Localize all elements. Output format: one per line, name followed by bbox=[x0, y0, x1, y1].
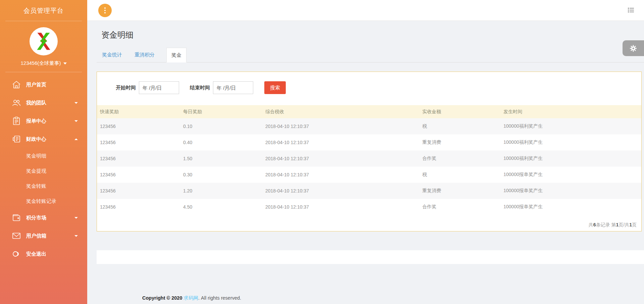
home-icon bbox=[12, 80, 21, 89]
sidebar: 会员管理平台 123456(全球董事) 用户首页 bbox=[0, 0, 87, 304]
sidebar-item-label: 积分市场 bbox=[26, 215, 46, 221]
table-row: 1234560.10 2018-04-10 12:10:37税 100000福利… bbox=[97, 118, 641, 134]
chevron-down-icon bbox=[74, 235, 78, 237]
bonus-table: 快速奖励 每日奖励 综合税收 实收金额 发生时间 1234560.10 2018… bbox=[97, 105, 641, 215]
bonus-panel: 开始时间 结束时间 搜索 快速奖励 每日奖励 综合税收 实收金额 发生时间 bbox=[97, 72, 642, 231]
tab-repeat-points[interactable]: 重消积分 bbox=[134, 48, 155, 62]
copyright-footer: Copyright © 2020 求码网. All rights reserve… bbox=[142, 295, 644, 301]
table-header-row: 快速奖励 每日奖励 综合税收 实收金额 发生时间 bbox=[97, 105, 641, 118]
chevron-down-icon bbox=[74, 102, 78, 104]
end-date-input[interactable] bbox=[213, 81, 253, 94]
col-header: 每日奖励 bbox=[180, 105, 262, 118]
gear-icon bbox=[629, 44, 637, 52]
tab-bonus-stats[interactable]: 奖金统计 bbox=[101, 48, 123, 62]
main-area: 资金明细 奖金统计 重消积分 奖金 开始时间 结束时间 搜索 快速奖励 bbox=[87, 0, 644, 304]
pagination: 共6条记录 第1页/共1页 bbox=[97, 215, 641, 231]
finance-icon bbox=[12, 135, 21, 143]
sidebar-item-label: 安全退出 bbox=[26, 251, 46, 257]
sidebar-item-label: 报单中心 bbox=[26, 118, 46, 124]
app-title: 会员管理平台 bbox=[0, 0, 87, 21]
record-count: 6 bbox=[593, 222, 596, 227]
col-header: 综合税收 bbox=[262, 105, 419, 118]
table-row: 1234561.50 2018-04-10 12:10:37合作奖 100000… bbox=[97, 150, 641, 167]
table-row: 1234564.50 2018-04-10 12:10:37合作奖 100000… bbox=[97, 199, 641, 215]
finance-submenu: 奖金明细 奖金提现 奖金转账 奖金转账记录 bbox=[0, 148, 87, 209]
user-name: 123456(全球董事) bbox=[20, 60, 61, 67]
start-time-label: 开始时间 bbox=[116, 85, 136, 91]
avatar bbox=[30, 27, 58, 55]
user-dropdown[interactable]: 123456(全球董事) bbox=[20, 60, 66, 67]
sidebar-item-label: 财政中心 bbox=[26, 136, 46, 142]
logout-icon bbox=[12, 250, 21, 258]
sidebar-item-finance[interactable]: 财政中心 bbox=[0, 130, 87, 148]
page-title: 资金明细 bbox=[101, 30, 644, 40]
sidebar-nav: 用户首页 我的团队 报单中心 bbox=[0, 72, 87, 263]
table-row: 1234560.30 2018-04-10 12:10:37税 100000报单… bbox=[97, 167, 641, 183]
sidebar-item-label: 用户信箱 bbox=[26, 233, 46, 239]
total-pages: 1 bbox=[629, 222, 632, 227]
filter-form: 开始时间 结束时间 搜索 bbox=[97, 72, 641, 94]
sidebar-toggle-button[interactable] bbox=[98, 4, 112, 17]
footer-strip bbox=[97, 250, 644, 264]
table-row: 1234560.40 2018-04-10 12:10:37重复消费 10000… bbox=[97, 134, 641, 150]
team-icon bbox=[12, 98, 21, 107]
chevron-up-icon bbox=[74, 138, 78, 140]
chevron-down-icon bbox=[63, 62, 67, 64]
tab-bonus-active[interactable]: 奖金 bbox=[166, 48, 186, 62]
sidebar-item-home[interactable]: 用户首页 bbox=[0, 76, 87, 94]
table-row: 1234561.20 2018-04-10 12:10:37重复消费 10000… bbox=[97, 183, 641, 199]
topbar bbox=[87, 0, 644, 21]
site-link[interactable]: 求码网 bbox=[184, 295, 199, 301]
sidebar-item-points-market[interactable]: 积分市场 bbox=[0, 209, 87, 227]
sidebar-subitem-bonus-transfer[interactable]: 奖金转账 bbox=[0, 178, 87, 193]
tab-bar: 奖金统计 重消积分 奖金 bbox=[97, 48, 644, 62]
chevron-down-icon bbox=[74, 217, 78, 219]
wallet-icon bbox=[12, 213, 21, 222]
col-header: 快速奖励 bbox=[97, 105, 180, 118]
copyright-text: Copyright © 2020 bbox=[142, 295, 184, 301]
chevron-down-icon bbox=[74, 120, 78, 122]
rights-text: . All rights reserved. bbox=[198, 295, 241, 301]
mail-icon bbox=[12, 231, 21, 240]
col-header: 实收金额 bbox=[419, 105, 500, 118]
end-time-label: 结束时间 bbox=[190, 85, 210, 91]
content: 资金明细 奖金统计 重消积分 奖金 开始时间 结束时间 搜索 快速奖励 bbox=[87, 30, 644, 304]
sidebar-subitem-bonus-withdraw[interactable]: 奖金提现 bbox=[0, 163, 87, 178]
search-button[interactable]: 搜索 bbox=[264, 81, 286, 94]
col-header: 发生时间 bbox=[500, 105, 641, 118]
profile-block: 123456(全球董事) bbox=[0, 21, 87, 72]
sidebar-item-logout[interactable]: 安全退出 bbox=[0, 245, 87, 263]
sidebar-subitem-bonus-detail[interactable]: 奖金明细 bbox=[0, 148, 87, 163]
order-icon bbox=[12, 117, 21, 125]
sidebar-item-orders[interactable]: 报单中心 bbox=[0, 112, 87, 130]
sidebar-item-label: 我的团队 bbox=[26, 100, 46, 106]
logo-icon bbox=[34, 32, 53, 51]
list-menu-icon[interactable] bbox=[627, 6, 635, 14]
start-date-input[interactable] bbox=[139, 81, 179, 94]
ellipsis-icon bbox=[104, 7, 106, 9]
sidebar-item-label: 用户首页 bbox=[26, 82, 46, 88]
sidebar-subitem-bonus-transfer-log[interactable]: 奖金转账记录 bbox=[0, 193, 87, 209]
sidebar-item-team[interactable]: 我的团队 bbox=[0, 94, 87, 112]
sidebar-item-inbox[interactable]: 用户信箱 bbox=[0, 227, 87, 245]
settings-button[interactable] bbox=[623, 40, 644, 56]
